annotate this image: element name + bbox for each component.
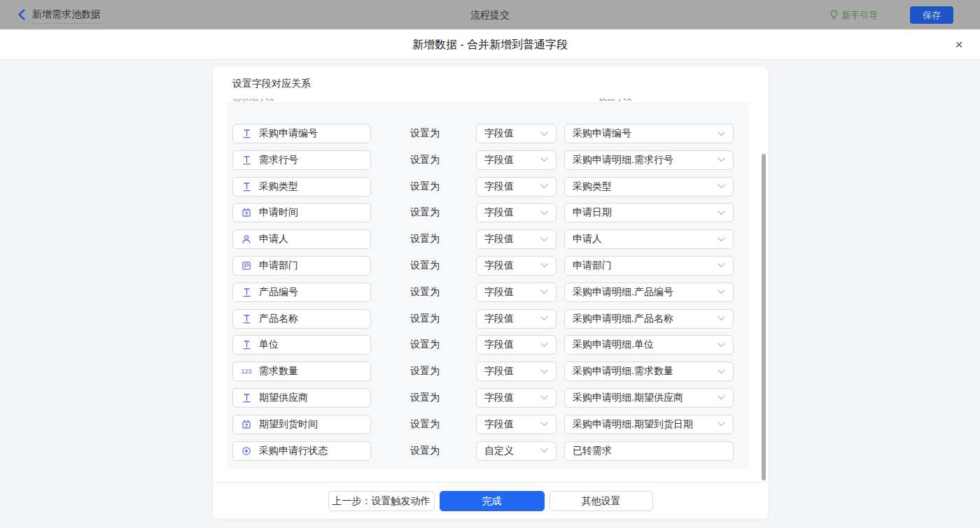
mode-select[interactable]: 字段值 bbox=[476, 124, 556, 143]
source-field-box[interactable]: 期望供应商 bbox=[232, 388, 371, 408]
beginner-guide-link[interactable]: 新手引导 bbox=[830, 9, 878, 22]
mode-select-value: 字段值 bbox=[484, 365, 514, 378]
mode-select[interactable]: 字段值 bbox=[476, 229, 556, 249]
mode-select[interactable]: 字段值 bbox=[476, 362, 556, 381]
mode-select[interactable]: 自定义 bbox=[476, 441, 556, 461]
value-select[interactable]: 申请人 bbox=[564, 229, 734, 249]
set-as-label: 设置为 bbox=[410, 392, 440, 404]
value-select[interactable]: 采购申请明细.产品编号 bbox=[564, 283, 734, 302]
header-divider bbox=[227, 103, 751, 104]
mode-select[interactable]: 字段值 bbox=[476, 150, 556, 170]
source-field-box[interactable]: 采购类型 bbox=[232, 177, 371, 197]
field-label: 需求行号 bbox=[259, 154, 298, 166]
user-icon bbox=[241, 234, 252, 245]
mapping-row: 申请人 设置为 字段值 申请人 bbox=[232, 229, 748, 249]
field-mapping-card: 设置字段对应关系 需求池字段 设置字段 采购申请编号 设置为 字段值 采购申请编… bbox=[213, 66, 768, 519]
chevron-down-icon bbox=[718, 290, 725, 294]
source-field-box[interactable]: 产品名称 bbox=[232, 309, 371, 329]
chevron-down-icon bbox=[718, 316, 725, 321]
scrollbar-thumb[interactable] bbox=[762, 154, 766, 480]
text-icon bbox=[241, 392, 252, 404]
set-as-label: 设置为 bbox=[410, 206, 440, 219]
field-label: 需求数量 bbox=[259, 365, 298, 378]
mode-select[interactable]: 字段值 bbox=[476, 335, 556, 355]
mode-select-value: 自定义 bbox=[484, 445, 514, 457]
guide-label: 新手引导 bbox=[841, 9, 878, 22]
chevron-down-icon bbox=[540, 184, 548, 189]
source-field-box[interactable]: 产品编号 bbox=[232, 283, 371, 302]
source-field-box[interactable]: 采购申请编号 bbox=[232, 124, 371, 143]
mode-select-value: 字段值 bbox=[484, 259, 514, 272]
mode-select[interactable]: 字段值 bbox=[476, 415, 556, 434]
set-as-label: 设置为 bbox=[410, 233, 440, 245]
chevron-down-icon bbox=[718, 343, 725, 348]
value-select-value: 申请人 bbox=[573, 233, 602, 245]
value-input[interactable]: 已转需求 bbox=[564, 441, 734, 461]
card-title: 设置字段对应关系 bbox=[232, 78, 311, 90]
field-label: 采购申请行状态 bbox=[259, 445, 328, 457]
mode-select[interactable]: 字段值 bbox=[476, 203, 556, 222]
dialog-header: 新增数据 - 合并新增到普通字段 × bbox=[0, 29, 980, 59]
text-icon bbox=[241, 313, 252, 324]
other-settings-button[interactable]: 其他设置 bbox=[550, 491, 653, 511]
value-select[interactable]: 采购申请明细.需求行号 bbox=[564, 150, 734, 170]
mapping-row: 产品编号 设置为 字段值 采购申请明细.产品编号 bbox=[232, 283, 748, 302]
chevron-down-icon bbox=[540, 316, 548, 321]
value-select[interactable]: 采购申请明细.产品名称 bbox=[564, 309, 734, 329]
mode-select[interactable]: 字段值 bbox=[476, 256, 556, 276]
chevron-down-icon bbox=[718, 131, 725, 136]
mode-select[interactable]: 字段值 bbox=[476, 388, 556, 408]
source-field-box[interactable]: 申请时间 bbox=[232, 203, 371, 222]
source-field-box[interactable]: 单位 bbox=[232, 335, 371, 355]
value-select-value: 采购申请明细.单位 bbox=[573, 338, 654, 351]
field-label: 采购类型 bbox=[259, 180, 298, 193]
value-select[interactable]: 申请部门 bbox=[564, 256, 734, 276]
source-field-box[interactable]: 采购申请行状态 bbox=[232, 441, 371, 461]
value-select[interactable]: 采购申请编号 bbox=[564, 124, 734, 143]
source-field-box[interactable]: 申请部门 bbox=[232, 256, 371, 276]
mapping-row: 采购申请编号 设置为 字段值 采购申请编号 bbox=[232, 124, 748, 143]
mapping-row: 采购类型 设置为 字段值 采购类型 bbox=[232, 177, 748, 197]
field-label: 产品名称 bbox=[259, 313, 298, 325]
mode-select[interactable]: 字段值 bbox=[476, 177, 556, 197]
chevron-down-icon bbox=[718, 237, 725, 242]
chevron-down-icon bbox=[718, 184, 725, 189]
source-field-box[interactable]: 需求行号 bbox=[232, 150, 371, 170]
finish-button[interactable]: 完成 bbox=[440, 491, 545, 511]
save-button[interactable]: 保存 bbox=[910, 6, 953, 24]
mode-select-value: 字段值 bbox=[484, 233, 514, 245]
prev-step-button[interactable]: 上一步：设置触发动作 bbox=[328, 491, 435, 511]
mapping-row: 申请时间 设置为 字段值 申请日期 bbox=[232, 203, 748, 222]
close-icon[interactable]: × bbox=[952, 38, 966, 52]
mapping-row: 采购申请行状态 设置为 自定义 已转需求 bbox=[232, 441, 748, 461]
value-select[interactable]: 采购申请明细.单位 bbox=[564, 335, 734, 355]
chevron-down-icon bbox=[540, 422, 548, 427]
set-as-label: 设置为 bbox=[410, 180, 440, 193]
mode-select-value: 字段值 bbox=[484, 286, 514, 299]
set-as-label: 设置为 bbox=[410, 365, 440, 378]
mode-select-value: 字段值 bbox=[484, 418, 514, 431]
mode-select[interactable]: 字段值 bbox=[476, 309, 556, 329]
top-bar: 新增需求池数据 流程提交 新手引导 保存 bbox=[0, 0, 980, 29]
set-as-label: 设置为 bbox=[410, 127, 440, 140]
value-select[interactable]: 申请日期 bbox=[564, 203, 734, 222]
value-select-value: 已转需求 bbox=[573, 445, 612, 457]
field-label: 申请人 bbox=[259, 233, 288, 245]
mapping-row: 申请部门 设置为 字段值 申请部门 bbox=[232, 256, 748, 276]
source-field-box[interactable]: 123 需求数量 bbox=[232, 362, 371, 381]
value-select[interactable]: 采购申请明细.期望到货日期 bbox=[564, 415, 734, 434]
value-select-value: 采购申请明细.期望到货日期 bbox=[573, 418, 693, 431]
value-select[interactable]: 采购申请明细.期望供应商 bbox=[564, 388, 734, 408]
source-field-box[interactable]: 期望到货时间 bbox=[232, 415, 371, 434]
source-field-box[interactable]: 申请人 bbox=[232, 229, 371, 249]
value-select[interactable]: 采购申请明细.需求数量 bbox=[564, 362, 734, 381]
dialog-title: 新增数据 - 合并新增到普通字段 bbox=[0, 38, 980, 52]
chevron-down-icon bbox=[718, 422, 725, 427]
chevron-down-icon bbox=[718, 211, 725, 215]
calendar-icon bbox=[241, 207, 252, 218]
chevron-down-icon bbox=[718, 157, 725, 162]
value-select[interactable]: 采购类型 bbox=[564, 177, 734, 197]
chevron-down-icon bbox=[540, 157, 548, 162]
mode-select[interactable]: 字段值 bbox=[476, 283, 556, 302]
mode-select-value: 字段值 bbox=[484, 154, 514, 166]
